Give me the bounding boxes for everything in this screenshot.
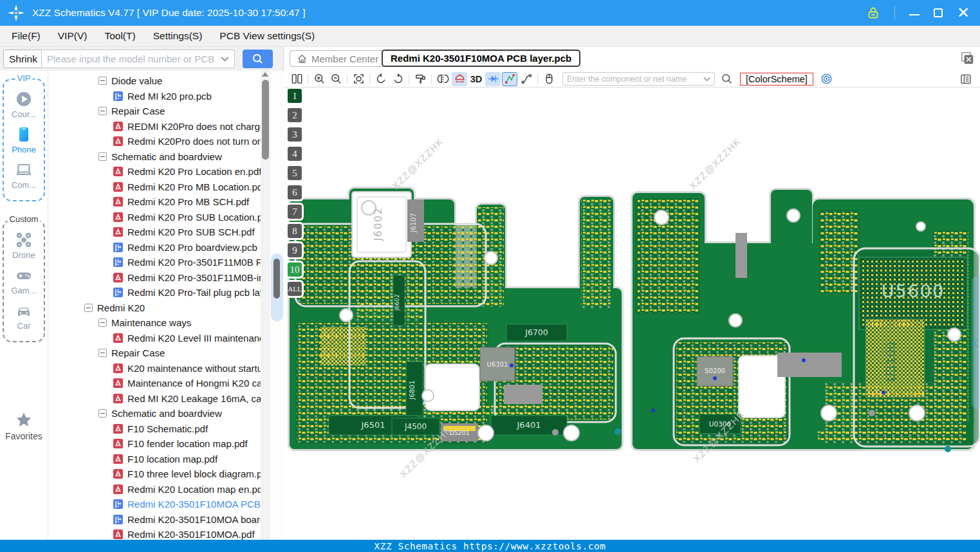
visibility-eye-icon[interactable] xyxy=(820,73,833,85)
collapse-minus-icon[interactable] xyxy=(98,77,107,85)
pcb-canvas[interactable]: XZZ@XZZHKXZZ@XZZHKXZZ@XZZHKXZZ@XZZHK J60… xyxy=(285,71,980,540)
menu-vip-v[interactable]: VIP(V) xyxy=(58,30,88,42)
tree-file-redmi-k20pro-does-not-charge[interactable]: REDMI K20Pro does not charge xyxy=(48,119,261,134)
tree-file-redmi-k20-pro-location-en-pdf[interactable]: Redmi K20 Pro Location en.pdf xyxy=(48,164,261,179)
layer-button-1[interactable]: 1 xyxy=(288,89,302,103)
sidebar-item-com[interactable]: Com... xyxy=(5,161,42,190)
component-search-combo[interactable] xyxy=(562,72,715,86)
maximize-button[interactable] xyxy=(934,8,943,17)
panel-splitter[interactable]: ❮ xyxy=(270,71,285,540)
split-view-button[interactable] xyxy=(289,72,304,86)
threed-button[interactable]: 3D xyxy=(468,72,484,86)
tree-file-redmi-k20-pro-mb-sch-pdf[interactable]: Redmi K20 Pro MB SCH.pdf xyxy=(48,194,261,210)
right-panel-collapse-handle[interactable]: ❮ xyxy=(972,277,980,409)
tree-file-redmi-k20-3501f10moa-pcb-la[interactable]: Redmi K20-3501F10MOA PCB la xyxy=(48,497,261,512)
close-button[interactable]: ✕ xyxy=(957,8,970,18)
tree-group-diode-value[interactable]: Diode value xyxy=(48,73,261,89)
lamp-button[interactable] xyxy=(452,72,467,86)
tree-file-redmi-k20-3501f10moa-pdf[interactable]: Redmi K20-3501F10MOA.pdf xyxy=(48,527,261,540)
mirror-flip-button[interactable] xyxy=(435,72,450,86)
rotate-left-button[interactable] xyxy=(373,72,389,86)
rotate-right-button[interactable] xyxy=(390,72,405,86)
sidebar-item-label: Drone xyxy=(12,250,35,260)
tree-file-redmi-k20-level-iii-maintenanc[interactable]: Redmi K20 Level III maintenanc xyxy=(48,331,261,346)
tree-group-schematic-and-boardview[interactable]: Schematic and boardview xyxy=(48,406,261,421)
layer-button-7[interactable]: 7 xyxy=(288,205,302,219)
collapse-minus-icon[interactable] xyxy=(98,107,107,115)
tab-pcb-file[interactable]: Redmi K20-3501F10MOA PCB layer.pcb xyxy=(382,50,580,67)
tree-file-f10-schematic-pdf[interactable]: F10 Schematic.pdf xyxy=(48,421,261,437)
collapse-minus-icon[interactable] xyxy=(98,349,107,357)
tree-file-maintenance-of-hongmi-k20-ca[interactable]: Maintenance of Hongmi K20 ca xyxy=(48,376,261,391)
paint-roller-button[interactable] xyxy=(412,72,428,86)
curve-button[interactable] xyxy=(519,72,534,86)
side-panel-toggle-icon[interactable] xyxy=(959,73,972,86)
model-search-input[interactable] xyxy=(47,53,221,64)
sidebar-item-favorites[interactable]: Favorites xyxy=(0,410,48,441)
tree-file-f10-location-map-pdf[interactable]: F10 location map.pdf xyxy=(48,452,261,467)
tree-file-red-mi-k20-pro-pcb[interactable]: Red MI k20 pro.pcb xyxy=(48,89,261,104)
collapse-minus-icon[interactable] xyxy=(98,318,107,327)
layer-button-10[interactable]: 10 xyxy=(288,262,302,277)
close-all-tabs-icon[interactable] xyxy=(959,51,975,66)
tree-file-red-mi-k20-leakage-16ma-can[interactable]: Red MI K20 Leakage 16mA, can xyxy=(48,391,261,407)
fit-screen-button[interactable] xyxy=(351,72,366,86)
layer-button-9[interactable]: 9 xyxy=(288,243,302,257)
sidebar-item-gam[interactable]: Gam... xyxy=(5,266,42,295)
minimize-button[interactable] xyxy=(909,5,920,21)
layer-button-5[interactable]: 5 xyxy=(288,166,302,180)
tree-file-redmi-k20-pro-sub-location-pd[interactable]: Redmi K20 Pro SUB Location.pd xyxy=(48,210,261,225)
tree-group-repair-case[interactable]: Repair Case xyxy=(48,345,261,361)
colorscheme-button[interactable]: [ColorScheme] xyxy=(740,73,813,86)
tree-file-redmi-k20-pro-tail-plug-pcb-lay[interactable]: Redmi K20 Pro-Tail plug pcb lay xyxy=(48,285,261,300)
tree-file-f10-three-level-block-diagram-p[interactable]: F10 three level block diagram.p xyxy=(48,466,261,482)
menu-tool-t[interactable]: Tool(T) xyxy=(104,30,135,42)
license-lock-icon[interactable] xyxy=(866,6,880,20)
tree-file-k20-maintenance-without-startu[interactable]: K20 maintenance without startu xyxy=(48,361,261,376)
layer-button-2[interactable]: 2 xyxy=(288,108,302,122)
diode-button[interactable] xyxy=(485,72,501,86)
tree-file-redmi-k20-pro-mb-location-pdf[interactable]: Redmi K20 Pro MB Location.pdf xyxy=(48,179,261,195)
tree-scrollbar-thumb[interactable] xyxy=(262,80,269,160)
tree-file-redmi-k20pro-does-not-turn-on[interactable]: Redmi K20Pro does not turn on xyxy=(48,134,261,149)
layer-button-8[interactable]: 8 xyxy=(288,224,302,238)
measure-button[interactable] xyxy=(502,72,517,86)
model-search-combo[interactable] xyxy=(41,50,235,68)
menu-pcb-view-settings-s[interactable]: PCB View settings(S) xyxy=(219,30,315,42)
tree-file-f10-fender-location-map-pdf[interactable]: F10 fender location map.pdf xyxy=(48,436,261,452)
zoom-out-button[interactable] xyxy=(328,72,344,86)
tree-file-redmi-k20-location-map-en-pd[interactable]: Redmi K20 Location map en.pd xyxy=(48,482,261,497)
component-search-button[interactable] xyxy=(721,73,733,85)
member-center-button[interactable]: Member Center xyxy=(290,50,385,67)
sidebar-item-phone[interactable]: Phone xyxy=(5,125,42,154)
zoom-in-button[interactable] xyxy=(311,72,327,86)
tree-group-schematic-and-boardview[interactable]: Schematic and boardview xyxy=(48,149,261,165)
sidebar-item-car[interactable]: Car xyxy=(5,302,42,331)
sidebar-item-cour[interactable]: Cour... xyxy=(5,90,42,119)
tree-file-redmi-k20-pro-3501f11m0b-im[interactable]: Redmi K20 Pro-3501F11M0B-im xyxy=(48,270,261,286)
tree-scrollbar[interactable] xyxy=(261,71,270,540)
mouse-button[interactable] xyxy=(541,72,557,86)
menu-settings-s[interactable]: Settings(S) xyxy=(153,30,203,42)
collapse-minus-icon[interactable] xyxy=(98,152,107,161)
menu-file-f[interactable]: File(F) xyxy=(12,30,41,42)
model-search-button[interactable] xyxy=(243,50,273,68)
component-search-input[interactable] xyxy=(567,75,703,84)
layer-button-all[interactable]: ALL xyxy=(288,282,302,296)
splitter-scrollbar-thumb[interactable] xyxy=(273,259,280,299)
tree-file-redmi-k20-pro-boardview-pcb[interactable]: Redmi K20 Pro boardview.pcb xyxy=(48,240,261,255)
tree-group-maintenance-ways[interactable]: Maintenance ways xyxy=(48,315,261,331)
tree-group-repair-case[interactable]: Repair Case xyxy=(48,104,261,119)
tree-file-redmi-k20-pro-sub-sch-pdf[interactable]: Redmi K20 Pro SUB SCH.pdf xyxy=(48,225,261,240)
tree-file-redmi-k20-pro-3501f11m0b-pc[interactable]: Redmi K20 Pro-3501F11M0B PC xyxy=(48,255,261,270)
layer-button-4[interactable]: 4 xyxy=(288,147,302,161)
sidebar-item-drone[interactable]: Drone xyxy=(5,231,42,260)
tree-group-redmi-k20[interactable]: Redmi K20 xyxy=(48,300,261,316)
layer-button-6[interactable]: 6 xyxy=(288,185,302,199)
layer-button-3[interactable]: 3 xyxy=(288,127,302,142)
collapse-minus-icon[interactable] xyxy=(98,409,107,418)
scroll-up-arrow-icon[interactable] xyxy=(262,72,268,77)
collapse-minus-icon[interactable] xyxy=(84,304,93,312)
shrink-button[interactable]: Shrink xyxy=(3,50,43,68)
tree-file-redmi-k20-3501f10moa-board[interactable]: Redmi K20-3501F10MOA board xyxy=(48,512,261,528)
